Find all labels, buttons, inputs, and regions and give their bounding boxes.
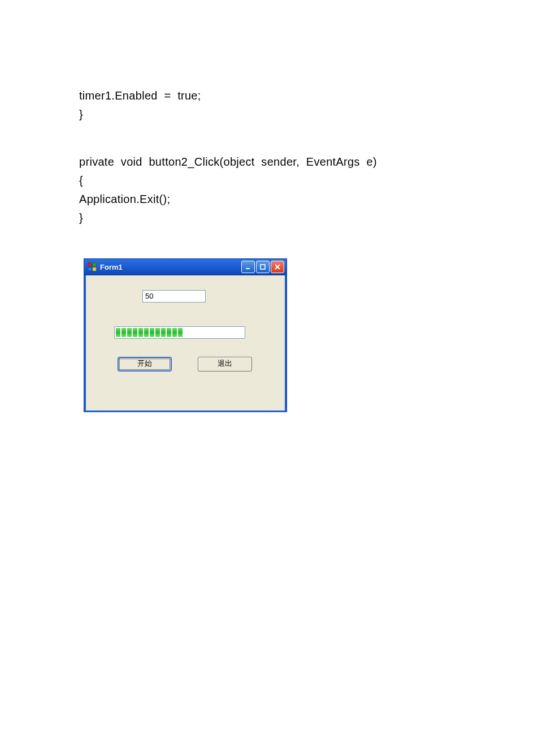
svg-rect-5 <box>261 265 265 269</box>
progress-block <box>121 328 126 337</box>
svg-rect-1 <box>93 263 96 266</box>
titlebar[interactable]: Form1 <box>84 259 286 275</box>
window-title: Form1 <box>100 263 241 271</box>
client-area: 50 开始 退出 <box>84 275 286 412</box>
progress-block <box>138 328 143 337</box>
svg-rect-3 <box>93 267 96 271</box>
maximize-button[interactable] <box>256 261 270 273</box>
svg-rect-0 <box>88 263 92 266</box>
code-line: } <box>79 211 83 224</box>
code-line: { <box>79 174 83 187</box>
start-button[interactable]: 开始 <box>118 357 172 371</box>
minimize-button[interactable] <box>241 261 255 273</box>
progress-block <box>150 328 154 337</box>
form1-window: Form1 50 <box>84 258 287 412</box>
code-line: timer1.Enabled = true; <box>79 89 201 102</box>
code-snippet: timer1.Enabled = true; } private void bu… <box>79 68 534 246</box>
progress-block <box>127 328 132 337</box>
progress-block <box>155 328 160 337</box>
code-line: Application.Exit(); <box>79 193 170 205</box>
svg-rect-2 <box>88 267 92 271</box>
progress-block <box>144 328 149 337</box>
app-icon <box>88 262 97 271</box>
progress-block <box>116 328 120 337</box>
progress-bar <box>114 326 245 339</box>
progress-block <box>133 328 137 337</box>
value-textbox[interactable]: 50 <box>142 290 206 303</box>
close-button[interactable] <box>271 261 284 273</box>
progress-block <box>167 328 171 337</box>
svg-rect-4 <box>246 268 250 269</box>
exit-button[interactable]: 退出 <box>198 357 252 371</box>
code-line: private void button2_Click(object sender… <box>79 155 377 168</box>
code-line: } <box>79 108 83 120</box>
progress-block <box>172 328 177 337</box>
progress-block <box>161 328 166 337</box>
progress-block <box>178 328 183 337</box>
